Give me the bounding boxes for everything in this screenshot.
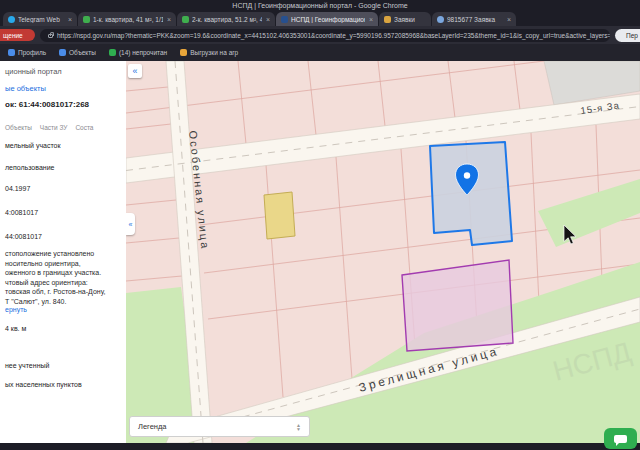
cadastral-number-value: 4:0081017 [5, 209, 121, 216]
yellow-parcel[interactable] [264, 192, 295, 239]
telegram-icon [8, 16, 15, 23]
purple-parcel[interactable] [402, 260, 513, 351]
bookmark-icon [59, 49, 66, 56]
url-text: https://nspd.gov.ru/map?thematic=PKK&zoo… [57, 32, 610, 39]
map-area: Особенная улица Зрелищная улица 15-я За … [126, 61, 640, 443]
map-canvas[interactable]: Особенная улица Зрелищная улица 15-я За … [126, 61, 640, 443]
tab-telegram[interactable]: Telegram Web × [3, 12, 77, 26]
legend-label: Легенда [138, 422, 167, 431]
panel-tabs: Объекты Части ЗУ Соста [5, 124, 121, 131]
browser-toolbar: щение https://nspd.gov.ru/map?thematic=P… [0, 26, 640, 44]
bookmark-profile[interactable]: Профиль [8, 49, 46, 56]
lock-icon [48, 34, 53, 38]
close-tab-icon[interactable]: × [507, 16, 511, 23]
notification-badge[interactable]: щение [0, 29, 35, 41]
window-titlebar: НСПД | Геоинформационный портал - Google… [0, 0, 640, 10]
selected-parcel[interactable] [430, 142, 512, 245]
bookmark-exports[interactable]: Выгрузки на агр [180, 49, 238, 56]
cadastral-quarter-value: 44:0081017 [5, 233, 121, 240]
bookmark-icon [180, 49, 187, 56]
window-title: НСПД | Геоинформационный портал - Google… [232, 2, 407, 9]
all-objects-link[interactable]: ые объекты [5, 84, 121, 93]
parcel-number-title: ок: 61:44:0081017:268 [5, 100, 121, 109]
status-value: нее учтенный [5, 362, 121, 369]
bookmarks-bar: Профиль Объекты (14) непрочитан Выгрузки… [0, 44, 640, 61]
bookmark-unread[interactable]: (14) непрочитан [109, 49, 167, 56]
listing-icon [83, 16, 90, 23]
registration-date-value: 04.1997 [5, 185, 121, 192]
doc-icon [437, 16, 444, 23]
tab-zayavki[interactable]: Заявки [379, 12, 431, 26]
nspd-icon [281, 16, 288, 23]
tab-strip: Telegram Web × 1-к. квартира, 41 м², 1/1… [0, 10, 640, 26]
tab-flat-2[interactable]: 2-к. квартира, 51.2 м², 4 × [177, 12, 275, 26]
chat-bubble-icon [614, 435, 627, 443]
bookmark-icon [109, 49, 116, 56]
collapse-panel-tab[interactable]: « [126, 213, 135, 235]
address-bar[interactable]: https://nspd.gov.ru/map?thematic=PKK&zoo… [40, 29, 610, 42]
legend-bar[interactable]: Легенда ▲▼ [129, 416, 310, 437]
parcel-type-value: мельный участок [5, 142, 121, 149]
bookmark-icon [8, 49, 15, 56]
browser-window: НСПД | Геоинформационный портал - Google… [0, 0, 640, 450]
close-tab-icon[interactable]: × [266, 16, 270, 23]
chat-widget-button[interactable] [604, 428, 637, 449]
listing-icon [182, 16, 189, 23]
info-panel: ционный портал ые объекты ок: 61:44:0081… [0, 61, 126, 443]
close-tab-icon[interactable]: × [68, 16, 72, 23]
area-value: 4 кв. м [5, 325, 121, 332]
address-text: стоположение установлено носительно орие… [5, 249, 121, 306]
tab-zayavka-9815677[interactable]: 9815677 Заявка × [432, 12, 516, 26]
land-use-value: лепользование [5, 164, 121, 171]
bookmark-objects[interactable]: Объекты [59, 49, 96, 56]
portal-title: ционный портал [5, 67, 121, 76]
panel-tab-objects[interactable]: Объекты [5, 124, 32, 131]
land-category-value: ых населенных пунктов [5, 381, 121, 388]
chevron-updown-icon[interactable]: ▲▼ [296, 423, 301, 431]
tab-flat-1[interactable]: 1-к. квартира, 41 м², 1/1( × [78, 12, 176, 26]
tab-nspd-active[interactable]: НСПД | Геоинформацион × [276, 12, 378, 26]
close-tab-icon[interactable]: × [369, 16, 373, 23]
expand-link[interactable]: ернуть [5, 306, 121, 313]
doc-icon [384, 16, 391, 23]
panel-tab-parts[interactable]: Части ЗУ [40, 124, 68, 131]
bottom-strip [0, 443, 640, 450]
collapse-panel-button[interactable]: « [128, 64, 142, 78]
translate-chip[interactable]: Пер [615, 29, 640, 42]
close-tab-icon[interactable]: × [167, 16, 171, 23]
panel-tab-structure[interactable]: Соста [75, 124, 93, 131]
